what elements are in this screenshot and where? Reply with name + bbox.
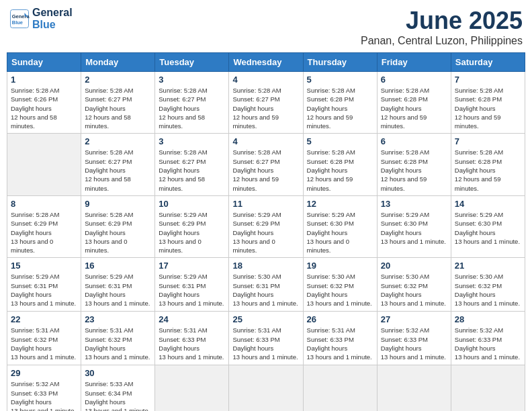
header-sunday: Sunday xyxy=(7,53,81,72)
calendar-table: Sunday Monday Tuesday Wednesday Thursday… xyxy=(7,52,525,411)
calendar-cell: 2 Sunrise: 5:28 AM Sunset: 6:27 PM Dayli… xyxy=(81,134,155,195)
day-info: Sunrise: 5:30 AM Sunset: 6:32 PM Dayligh… xyxy=(307,272,373,308)
day-info: Sunrise: 5:32 AM Sunset: 6:33 PM Dayligh… xyxy=(11,379,77,411)
day-info: Sunrise: 5:28 AM Sunset: 6:27 PM Dayligh… xyxy=(232,148,299,192)
day-number: 7 xyxy=(455,75,521,85)
calendar-cell: 29 Sunrise: 5:32 AM Sunset: 6:33 PM Dayl… xyxy=(7,365,81,411)
day-info: Sunrise: 5:28 AM Sunset: 6:28 PM Dayligh… xyxy=(455,148,521,192)
calendar-cell xyxy=(7,134,81,195)
weekday-header-row: Sunday Monday Tuesday Wednesday Thursday… xyxy=(7,53,525,72)
header-monday: Monday xyxy=(81,53,155,72)
day-info: Sunrise: 5:28 AM Sunset: 6:27 PM Dayligh… xyxy=(85,86,151,130)
day-number: 8 xyxy=(11,199,77,209)
day-number: 17 xyxy=(159,261,225,271)
header: General Blue General Blue June 2025 Pana… xyxy=(7,7,525,47)
calendar-cell: 5 Sunrise: 5:28 AM Sunset: 6:28 PM Dayli… xyxy=(303,72,377,134)
day-info: Sunrise: 5:29 AM Sunset: 6:31 PM Dayligh… xyxy=(159,272,225,308)
week-row-5: 22 Sunrise: 5:31 AM Sunset: 6:32 PM Dayl… xyxy=(7,312,525,365)
calendar-cell: 21 Sunrise: 5:30 AM Sunset: 6:32 PM Dayl… xyxy=(451,258,525,312)
day-number: 11 xyxy=(232,199,299,209)
day-info: Sunrise: 5:33 AM Sunset: 6:34 PM Dayligh… xyxy=(85,379,151,411)
day-info: Sunrise: 5:28 AM Sunset: 6:27 PM Dayligh… xyxy=(159,148,225,192)
calendar-cell: 14 Sunrise: 5:29 AM Sunset: 6:30 PM Dayl… xyxy=(451,195,525,257)
day-number: 20 xyxy=(381,261,447,271)
day-info: Sunrise: 5:31 AM Sunset: 6:33 PM Dayligh… xyxy=(307,326,373,361)
calendar-cell: 23 Sunrise: 5:31 AM Sunset: 6:32 PM Dayl… xyxy=(81,312,155,365)
day-info: Sunrise: 5:29 AM Sunset: 6:31 PM Dayligh… xyxy=(11,272,77,308)
day-number: 25 xyxy=(232,314,299,324)
day-number: 4 xyxy=(232,136,299,146)
calendar-cell xyxy=(155,365,229,411)
day-number: 23 xyxy=(85,314,151,324)
day-info: Sunrise: 5:28 AM Sunset: 6:28 PM Dayligh… xyxy=(381,148,447,192)
day-info: Sunrise: 5:29 AM Sunset: 6:29 PM Dayligh… xyxy=(232,210,299,255)
calendar-cell: 2 Sunrise: 5:28 AM Sunset: 6:27 PM Dayli… xyxy=(81,72,155,134)
calendar-cell: 16 Sunrise: 5:29 AM Sunset: 6:31 PM Dayl… xyxy=(81,258,155,312)
day-info: Sunrise: 5:28 AM Sunset: 6:27 PM Dayligh… xyxy=(85,148,151,192)
header-saturday: Saturday xyxy=(451,53,525,72)
calendar-cell: 9 Sunrise: 5:28 AM Sunset: 6:29 PM Dayli… xyxy=(81,195,155,257)
calendar-cell: 3 Sunrise: 5:28 AM Sunset: 6:27 PM Dayli… xyxy=(155,134,229,195)
calendar-cell: 24 Sunrise: 5:31 AM Sunset: 6:33 PM Dayl… xyxy=(155,312,229,365)
calendar-cell: 22 Sunrise: 5:31 AM Sunset: 6:32 PM Dayl… xyxy=(7,312,81,365)
calendar-cell: 5 Sunrise: 5:28 AM Sunset: 6:28 PM Dayli… xyxy=(303,134,377,195)
calendar-cell: 12 Sunrise: 5:29 AM Sunset: 6:30 PM Dayl… xyxy=(303,195,377,257)
day-number: 13 xyxy=(381,199,447,209)
day-info: Sunrise: 5:32 AM Sunset: 6:33 PM Dayligh… xyxy=(381,326,447,361)
header-tuesday: Tuesday xyxy=(155,53,229,72)
day-info: Sunrise: 5:30 AM Sunset: 6:31 PM Dayligh… xyxy=(232,272,299,308)
day-info: Sunrise: 5:29 AM Sunset: 6:31 PM Dayligh… xyxy=(85,272,151,308)
calendar-cell: 25 Sunrise: 5:31 AM Sunset: 6:33 PM Dayl… xyxy=(229,312,303,365)
day-info: Sunrise: 5:28 AM Sunset: 6:28 PM Dayligh… xyxy=(307,86,373,130)
calendar-cell xyxy=(451,365,525,411)
logo-icon: General Blue xyxy=(9,9,30,29)
calendar-cell: 28 Sunrise: 5:32 AM Sunset: 6:33 PM Dayl… xyxy=(451,312,525,365)
logo: General Blue General Blue xyxy=(9,7,73,30)
day-number: 24 xyxy=(159,314,225,324)
calendar-cell: 7 Sunrise: 5:28 AM Sunset: 6:28 PM Dayli… xyxy=(451,72,525,134)
week-row-1: 1 Sunrise: 5:28 AM Sunset: 6:26 PM Dayli… xyxy=(7,72,525,134)
day-number: 4 xyxy=(232,75,299,85)
day-info: Sunrise: 5:28 AM Sunset: 6:28 PM Dayligh… xyxy=(307,148,373,192)
calendar-cell: 1 Sunrise: 5:28 AM Sunset: 6:26 PM Dayli… xyxy=(7,72,81,134)
day-number: 5 xyxy=(307,75,373,85)
calendar-cell: 13 Sunrise: 5:29 AM Sunset: 6:30 PM Dayl… xyxy=(377,195,451,257)
day-info: Sunrise: 5:31 AM Sunset: 6:33 PM Dayligh… xyxy=(159,326,225,361)
day-info: Sunrise: 5:29 AM Sunset: 6:30 PM Dayligh… xyxy=(455,210,521,246)
day-number: 6 xyxy=(381,136,447,146)
day-info: Sunrise: 5:32 AM Sunset: 6:33 PM Dayligh… xyxy=(455,326,521,361)
calendar-cell: 6 Sunrise: 5:28 AM Sunset: 6:28 PM Dayli… xyxy=(377,134,451,195)
day-number: 9 xyxy=(85,199,151,209)
day-number: 26 xyxy=(307,314,373,324)
week-row-4: 15 Sunrise: 5:29 AM Sunset: 6:31 PM Dayl… xyxy=(7,258,525,312)
day-number: 2 xyxy=(85,136,151,146)
day-info: Sunrise: 5:30 AM Sunset: 6:32 PM Dayligh… xyxy=(381,272,447,308)
calendar-cell: 19 Sunrise: 5:30 AM Sunset: 6:32 PM Dayl… xyxy=(303,258,377,312)
day-number: 1 xyxy=(11,75,77,85)
calendar-cell xyxy=(229,365,303,411)
calendar-cell: 15 Sunrise: 5:29 AM Sunset: 6:31 PM Dayl… xyxy=(7,258,81,312)
day-info: Sunrise: 5:28 AM Sunset: 6:29 PM Dayligh… xyxy=(11,210,77,255)
header-thursday: Thursday xyxy=(303,53,377,72)
day-number: 19 xyxy=(307,261,373,271)
day-number: 27 xyxy=(381,314,447,324)
calendar-cell: 6 Sunrise: 5:28 AM Sunset: 6:28 PM Dayli… xyxy=(377,72,451,134)
day-number: 6 xyxy=(381,75,447,85)
svg-text:Blue: Blue xyxy=(12,19,23,25)
day-number: 30 xyxy=(85,368,151,378)
day-info: Sunrise: 5:28 AM Sunset: 6:27 PM Dayligh… xyxy=(159,86,225,130)
day-info: Sunrise: 5:28 AM Sunset: 6:28 PM Dayligh… xyxy=(455,86,521,130)
day-number: 7 xyxy=(455,136,521,146)
day-number: 2 xyxy=(85,75,151,85)
day-info: Sunrise: 5:28 AM Sunset: 6:28 PM Dayligh… xyxy=(381,86,447,130)
day-number: 16 xyxy=(85,261,151,271)
calendar-cell: 8 Sunrise: 5:28 AM Sunset: 6:29 PM Dayli… xyxy=(7,195,81,257)
day-number: 3 xyxy=(159,136,225,146)
day-number: 5 xyxy=(307,136,373,146)
day-info: Sunrise: 5:28 AM Sunset: 6:29 PM Dayligh… xyxy=(85,210,151,255)
calendar-cell: 27 Sunrise: 5:32 AM Sunset: 6:33 PM Dayl… xyxy=(377,312,451,365)
week-row-3: 8 Sunrise: 5:28 AM Sunset: 6:29 PM Dayli… xyxy=(7,195,525,257)
day-number: 22 xyxy=(11,314,77,324)
title-area: June 2025 Panan, Central Luzon, Philippi… xyxy=(361,7,523,47)
location-title: Panan, Central Luzon, Philippines xyxy=(361,35,523,47)
